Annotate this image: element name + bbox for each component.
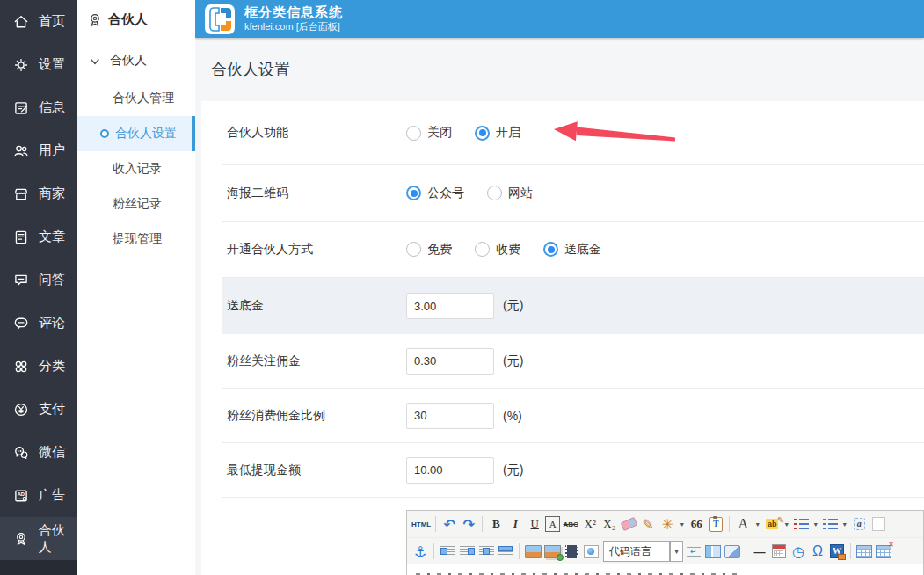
radio-checked-icon[interactable]: [406, 186, 421, 200]
font-size-button[interactable]: A: [545, 516, 560, 532]
sidebar-item-partners[interactable]: 合伙人: [0, 517, 77, 560]
sidebar-item-articles[interactable]: 文章: [0, 215, 77, 258]
autoformat-button[interactable]: ✳: [658, 513, 676, 535]
radio-option[interactable]: 送底金: [543, 242, 601, 258]
radio-icon[interactable]: [487, 186, 502, 200]
unordered-list-dropdown[interactable]: ▾: [840, 513, 848, 535]
radio-option[interactable]: 收费: [475, 242, 520, 258]
image-center-button[interactable]: [477, 541, 495, 562]
sidebar-item-users[interactable]: 用户: [0, 129, 77, 172]
red-annotation-arrow: [545, 114, 686, 149]
submenu-item-label: 收入记录: [113, 161, 162, 177]
ordered-list-dropdown[interactable]: ▾: [811, 513, 819, 535]
bold-button[interactable]: B: [487, 513, 505, 535]
page-break-button[interactable]: [685, 541, 702, 562]
article-icon: [11, 228, 31, 247]
eraser-button-icon: [620, 517, 637, 531]
remote-image-button[interactable]: [724, 541, 741, 562]
radio-option[interactable]: 关闭: [406, 125, 452, 141]
anchor-style-button[interactable]: a: [850, 513, 868, 535]
radio-icon[interactable]: [406, 242, 421, 257]
table-delete-button[interactable]: [875, 541, 892, 562]
highlight-button[interactable]: ab: [763, 513, 781, 535]
rich-text-editor: HTML↶↷BIUAABCX²X₂✎✳▾66TA▾ab▾▾▾a⚓代码语言▾—◷Ω…: [406, 510, 924, 575]
hr-button[interactable]: —: [751, 541, 768, 562]
medal-icon: [86, 11, 104, 29]
highlight-dropdown[interactable]: ▾: [782, 513, 790, 535]
calendar-button[interactable]: [770, 541, 788, 562]
sidebar-item-info[interactable]: 信息: [0, 86, 77, 129]
code-language-dropdown[interactable]: ▾: [670, 541, 683, 562]
submenu-item-withdraw-manage[interactable]: 提现管理: [77, 222, 195, 257]
ordered-list-button[interactable]: [792, 513, 810, 535]
insert-video-button[interactable]: [563, 541, 580, 562]
field-input-6[interactable]: [406, 457, 494, 484]
toolbar-separator: [746, 543, 746, 559]
time-button[interactable]: ◷: [789, 541, 807, 562]
submenu-item-partner-manage[interactable]: 合伙人管理: [77, 81, 195, 116]
layout-button[interactable]: [704, 541, 722, 562]
editor-content-area[interactable]: [407, 564, 923, 575]
strikethrough-button[interactable]: ABC: [562, 513, 579, 535]
radio-checked-icon[interactable]: [475, 126, 490, 141]
sidebar-item-payment[interactable]: 支付: [0, 388, 77, 431]
blockquote-button[interactable]: 66: [688, 513, 705, 535]
sidebar-item-ads[interactable]: AD广告: [0, 474, 77, 517]
code-language-select[interactable]: 代码语言: [603, 541, 670, 562]
editor-toolbar-row: ⚓代码语言▾—◷ΩW: [407, 537, 923, 564]
form-row: 粉丝关注佣金(元): [222, 334, 924, 389]
font-color-button[interactable]: A: [734, 513, 752, 535]
field-input-4[interactable]: [406, 348, 494, 375]
menu-group-partner[interactable]: 合伙人: [77, 40, 195, 81]
sidebar-item-label: 设置: [39, 56, 65, 73]
autoformat-dropdown[interactable]: ▾: [678, 513, 686, 535]
table-button[interactable]: [855, 541, 873, 562]
undo-button[interactable]: ↶: [440, 513, 458, 535]
paste-text-button[interactable]: T: [707, 513, 724, 535]
image-left-button[interactable]: [439, 541, 456, 562]
underline-button[interactable]: U: [526, 513, 543, 535]
image-block-button[interactable]: [497, 541, 514, 562]
word-import-button[interactable]: W: [828, 541, 846, 562]
submenu-item-fans-records[interactable]: 粉丝记录: [77, 186, 195, 222]
sidebar-item-qa[interactable]: 问答: [0, 258, 77, 302]
multi-image-button[interactable]: [543, 541, 561, 562]
clipped-button[interactable]: [869, 513, 887, 535]
insert-media-button[interactable]: [582, 541, 600, 562]
sidebar-item-home[interactable]: 首页: [0, 0, 77, 43]
submenu-item-label: 粉丝记录: [113, 196, 162, 212]
submenu-item-partner-settings[interactable]: 合伙人设置: [77, 116, 195, 151]
source-code-button[interactable]: HTML: [411, 513, 431, 535]
sidebar-item-settings[interactable]: 设置: [0, 43, 77, 86]
font-color-dropdown[interactable]: ▾: [753, 513, 761, 535]
radio-option[interactable]: 网站: [487, 186, 533, 201]
radio-checked-icon[interactable]: [543, 242, 558, 257]
radio-option[interactable]: 开启: [475, 125, 520, 141]
unordered-list-button[interactable]: [821, 513, 839, 535]
sidebar-item-label: 用户: [39, 142, 65, 159]
field-input-5[interactable]: [406, 403, 494, 429]
anchor-button[interactable]: ⚓: [411, 541, 429, 562]
image-right-button-icon: [460, 546, 475, 557]
insert-image-button[interactable]: [524, 541, 542, 562]
radio-icon[interactable]: [406, 126, 421, 141]
sidebar-item-wechat[interactable]: 微信: [0, 431, 77, 474]
eraser-button[interactable]: [620, 513, 637, 535]
form-row: 开通合伙人方式免费收费送底金: [222, 222, 924, 278]
superscript-button[interactable]: X²: [581, 513, 599, 535]
submenu-item-income-records[interactable]: 收入记录: [77, 151, 195, 186]
italic-button[interactable]: I: [506, 513, 524, 535]
format-brush-button[interactable]: ✎: [639, 513, 657, 535]
special-char-button[interactable]: Ω: [809, 541, 826, 562]
radio-option[interactable]: 免费: [406, 242, 452, 258]
redo-button[interactable]: ↷: [460, 513, 477, 535]
admin-app: 首页设置信息用户商家文章问答评论分类支付微信AD广告合伙人 合伙人 合伙人 合伙…: [0, 0, 924, 575]
sidebar-item-merchants[interactable]: 商家: [0, 172, 77, 215]
radio-option[interactable]: 公众号: [406, 186, 464, 201]
sidebar-item-categories[interactable]: 分类: [0, 345, 77, 388]
field-input-3[interactable]: [406, 293, 494, 319]
radio-icon[interactable]: [475, 242, 490, 257]
subscript-button[interactable]: X₂: [600, 513, 618, 535]
sidebar-item-comments[interactable]: 评论: [0, 302, 77, 345]
image-right-button[interactable]: [458, 541, 476, 562]
